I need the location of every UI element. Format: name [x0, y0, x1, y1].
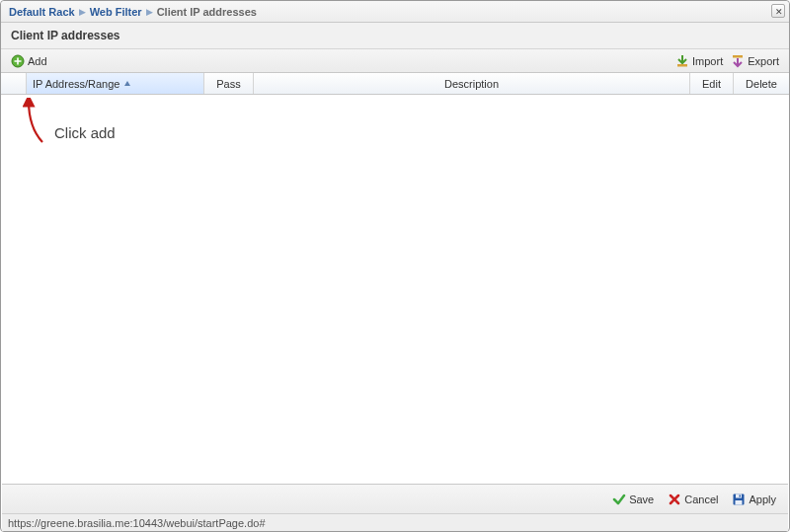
column-header-delete-label: Delete: [746, 78, 777, 90]
add-button[interactable]: Add: [7, 52, 51, 70]
table-body: Click add: [1, 95, 789, 480]
import-icon: [675, 54, 689, 68]
svg-rect-1: [677, 64, 687, 67]
column-header-description[interactable]: Description: [254, 73, 690, 94]
column-header-delete[interactable]: Delete: [734, 73, 789, 94]
svg-rect-6: [740, 494, 742, 496]
import-button-label: Import: [692, 55, 723, 67]
status-bar: https://greene.brasilia.me:10443/webui/s…: [2, 513, 788, 531]
close-icon: ✕: [772, 5, 786, 19]
add-button-label: Add: [28, 55, 47, 67]
cancel-icon: [668, 493, 681, 506]
status-url: https://greene.brasilia.me:10443/webui/s…: [8, 517, 266, 529]
close-button[interactable]: ✕: [771, 4, 785, 18]
breadcrumb-link-web-filter[interactable]: Web Filter: [90, 6, 142, 18]
breadcrumb-link-default-rack[interactable]: Default Rack: [9, 6, 75, 18]
cancel-button[interactable]: Cancel: [666, 491, 720, 508]
svg-rect-4: [736, 494, 742, 497]
cancel-button-label: Cancel: [684, 494, 718, 505]
apply-button[interactable]: Apply: [730, 491, 778, 508]
annotation-text: Click add: [54, 124, 116, 141]
sort-ascending-icon: [123, 78, 131, 90]
export-button-label: Export: [748, 55, 779, 67]
apply-button-label: Apply: [749, 494, 776, 505]
svg-rect-2: [733, 55, 743, 58]
export-button[interactable]: Export: [727, 52, 783, 70]
action-bar: Save Cancel Apply: [2, 484, 788, 513]
breadcrumb-separator: ▶: [146, 7, 153, 17]
svg-rect-5: [736, 500, 743, 505]
breadcrumb: Default Rack ▶ Web Filter ▶ Client IP ad…: [1, 1, 789, 23]
floppy-icon: [732, 493, 746, 506]
column-header-checkbox[interactable]: [1, 73, 27, 94]
breadcrumb-current: Client IP addresses: [157, 6, 257, 18]
import-button[interactable]: Import: [672, 52, 727, 70]
annotation-arrow: [23, 98, 52, 147]
checkmark-icon: [612, 493, 626, 506]
column-header-ip[interactable]: IP Address/Range: [27, 73, 204, 94]
page-title: Client IP addresses: [1, 23, 789, 49]
export-icon: [731, 54, 745, 68]
save-button[interactable]: Save: [610, 491, 656, 508]
column-header-description-label: Description: [444, 78, 499, 90]
column-header-edit[interactable]: Edit: [690, 73, 734, 94]
column-header-ip-label: IP Address/Range: [33, 78, 119, 90]
save-button-label: Save: [629, 494, 654, 505]
column-header-pass[interactable]: Pass: [204, 73, 254, 94]
toolbar: Add Import Export: [1, 49, 789, 73]
add-icon: [11, 54, 25, 68]
column-header-pass-label: Pass: [216, 78, 240, 90]
table-header: IP Address/Range Pass Description Edit D…: [1, 73, 789, 95]
breadcrumb-separator: ▶: [79, 7, 86, 17]
app-window: Default Rack ▶ Web Filter ▶ Client IP ad…: [0, 0, 790, 532]
column-header-edit-label: Edit: [702, 78, 721, 90]
